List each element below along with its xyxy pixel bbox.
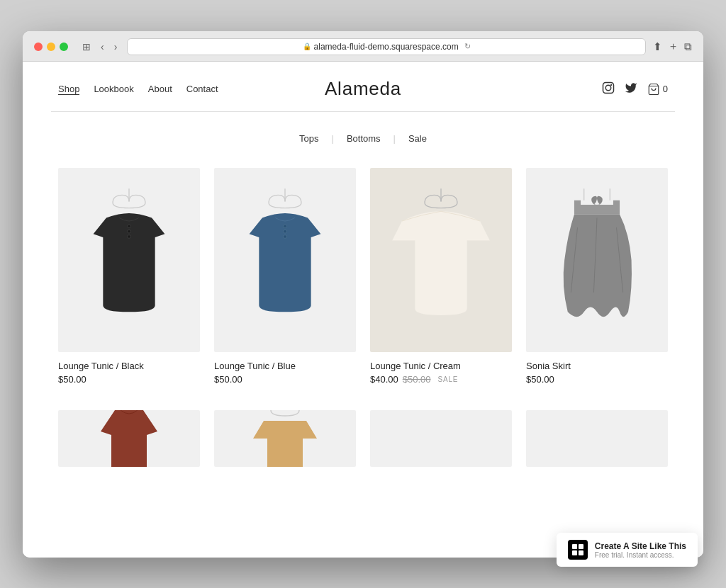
- svg-point-10: [284, 230, 287, 233]
- reload-icon[interactable]: ↻: [464, 42, 471, 51]
- squarespace-logo: [568, 540, 588, 560]
- svg-point-2: [610, 84, 612, 85]
- tunic-black-svg: [72, 182, 186, 338]
- product-price-value-0: $50.00: [58, 374, 86, 385]
- product-card-0[interactable]: Lounge Tunic / Black $50.00: [51, 161, 207, 396]
- product-grid-row2: [23, 403, 703, 474]
- sale-badge-2: SALE: [438, 375, 459, 383]
- address-bar[interactable]: 🔒 alameda-fluid-demo.squarespace.com ↻: [127, 38, 646, 55]
- category-tops[interactable]: Tops: [286, 133, 331, 144]
- svg-point-7: [128, 234, 131, 238]
- browser-window: ⊞ ‹ › 🔒 alameda-fluid-demo.squarespace.c…: [23, 31, 703, 558]
- svg-rect-17: [579, 544, 583, 549]
- close-button[interactable]: [34, 43, 43, 51]
- browser-chrome: ⊞ ‹ › 🔒 alameda-fluid-demo.squarespace.c…: [23, 31, 703, 62]
- product-price-1: $50.00: [214, 374, 356, 385]
- url-text: alameda-fluid-demo.squarespace.com: [314, 42, 459, 52]
- product-image-0: [58, 168, 200, 352]
- tunic-cream-svg: [384, 182, 498, 338]
- nav-shop[interactable]: Shop: [58, 84, 79, 95]
- minimize-button[interactable]: [47, 43, 55, 51]
- product-sale-price-2: $40.00: [370, 374, 398, 385]
- product-info-2: Lounge Tunic / Cream $40.00 $50.00 SALE: [370, 352, 512, 389]
- category-sale[interactable]: Sale: [396, 133, 440, 144]
- svg-point-9: [284, 225, 287, 228]
- svg-point-11: [284, 234, 287, 238]
- site-header: Shop Lookbook About Contact Alameda: [23, 62, 703, 111]
- traffic-lights: [34, 43, 68, 51]
- browser-forward-button[interactable]: ›: [111, 40, 121, 54]
- svg-point-1: [605, 85, 611, 91]
- squarespace-banner-subtitle: Free trial. Instant access.: [595, 551, 686, 559]
- product-card-1[interactable]: Lounge Tunic / Blue $50.00: [207, 161, 363, 396]
- product-image-3: [526, 168, 668, 352]
- product-card-5[interactable]: [207, 403, 363, 474]
- main-nav: Shop Lookbook About Contact: [58, 84, 218, 95]
- browser-back-button[interactable]: ‹: [98, 40, 107, 54]
- product-image-6: [370, 410, 512, 467]
- product-card-3[interactable]: Sonia Skirt $50.00: [519, 161, 675, 396]
- product-image-2: [370, 168, 512, 352]
- product-info-1: Lounge Tunic / Blue $50.00: [214, 352, 356, 389]
- product-image-1: [214, 168, 356, 352]
- browser-nav-controls: ⊞ ‹ ›: [79, 40, 120, 54]
- squarespace-banner-title: Create A Site Like This: [595, 541, 686, 551]
- skirt-gray-svg: [554, 182, 640, 338]
- new-tab-button[interactable]: ＋: [668, 40, 678, 53]
- product-price-3: $50.00: [526, 374, 668, 385]
- page-content: Shop Lookbook About Contact Alameda: [23, 62, 703, 558]
- share-button[interactable]: ⬆: [653, 40, 662, 53]
- svg-point-6: [128, 230, 131, 233]
- instagram-icon[interactable]: [602, 81, 615, 97]
- category-nav: Tops | Bottoms | Sale: [23, 112, 703, 161]
- product-price-value-3: $50.00: [526, 374, 554, 385]
- svg-point-5: [128, 225, 131, 228]
- product-price-value-1: $50.00: [214, 374, 242, 385]
- product-info-0: Lounge Tunic / Black $50.00: [58, 352, 200, 389]
- product-card-6[interactable]: [363, 403, 519, 474]
- squarespace-logo-icon: [571, 543, 584, 556]
- svg-rect-18: [572, 550, 577, 555]
- product-price-0: $50.00: [58, 374, 200, 385]
- browser-actions: ⬆ ＋ ⧉: [653, 40, 692, 53]
- product-grid: Lounge Tunic / Black $50.00: [23, 161, 703, 396]
- product-price-2: $40.00 $50.00 SALE: [370, 374, 512, 385]
- product-image-7: [526, 410, 668, 467]
- tabs-button[interactable]: ⧉: [684, 40, 692, 53]
- product-name-0: Lounge Tunic / Black: [58, 361, 200, 371]
- svg-rect-16: [572, 544, 577, 549]
- tunic-blue-svg: [228, 182, 342, 338]
- svg-rect-0: [603, 82, 613, 93]
- partial-product-svg-1: [250, 410, 320, 467]
- twitter-icon[interactable]: [625, 81, 637, 97]
- product-original-price-2: $50.00: [403, 374, 431, 385]
- nav-right: 0: [602, 81, 668, 97]
- product-card-4[interactable]: [51, 403, 207, 474]
- maximize-button[interactable]: [60, 43, 68, 51]
- nav-about[interactable]: About: [148, 84, 172, 95]
- nav-contact[interactable]: Contact: [186, 84, 218, 95]
- product-image-5: [214, 410, 356, 467]
- product-name-1: Lounge Tunic / Blue: [214, 361, 356, 371]
- site-title: Alameda: [325, 78, 401, 100]
- product-card-7[interactable]: [519, 403, 675, 474]
- browser-sidebar-toggle[interactable]: ⊞: [79, 40, 94, 54]
- product-info-3: Sonia Skirt $50.00: [526, 352, 668, 389]
- category-bottoms[interactable]: Bottoms: [334, 133, 393, 144]
- partial-product-svg-0: [94, 410, 164, 467]
- nav-lookbook[interactable]: Lookbook: [94, 84, 133, 95]
- product-name-2: Lounge Tunic / Cream: [370, 361, 512, 371]
- lock-icon: 🔒: [303, 43, 311, 50]
- squarespace-text: Create A Site Like This Free trial. Inst…: [595, 541, 686, 559]
- cart-button[interactable]: 0: [647, 83, 668, 96]
- product-image-4: [58, 410, 200, 467]
- cart-count: 0: [663, 84, 668, 94]
- product-name-3: Sonia Skirt: [526, 361, 668, 371]
- svg-rect-19: [579, 550, 583, 555]
- product-card-2[interactable]: Lounge Tunic / Cream $40.00 $50.00 SALE: [363, 161, 519, 396]
- squarespace-banner[interactable]: Create A Site Like This Free trial. Inst…: [557, 533, 698, 567]
